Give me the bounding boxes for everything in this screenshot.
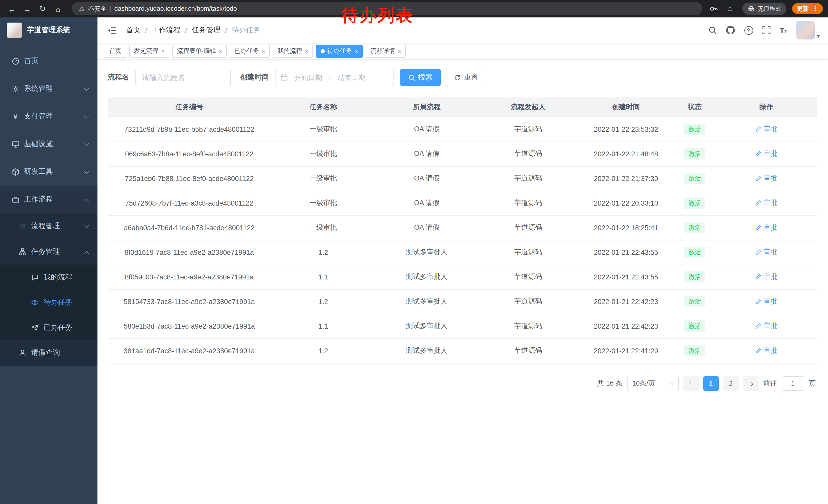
sidebar-item-home[interactable]: 首页	[0, 47, 97, 75]
sidebar-item-leave-query[interactable]: 请假查询	[0, 340, 97, 366]
cell-task-id: 8f059c03-7ac8-11ec-a9e2-a2380e71991a	[108, 265, 271, 289]
approve-link[interactable]: 审批	[755, 248, 778, 257]
collapse-sidebar-icon[interactable]	[106, 24, 118, 36]
tab-my-process[interactable]: 我的流程 ×	[273, 44, 313, 58]
sidebar-item-infra[interactable]: 基础设施	[0, 130, 97, 158]
font-size-icon[interactable]: TT	[780, 26, 787, 35]
sidebar-item-payment[interactable]: ¥ 支付管理	[0, 102, 97, 130]
page-1-button[interactable]: 1	[703, 376, 718, 391]
forward-icon[interactable]: →	[20, 2, 34, 15]
status-badge: 激活	[685, 296, 705, 307]
cell-created: 2022-01-22 18:25:41	[578, 215, 673, 240]
approve-link[interactable]: 审批	[755, 346, 778, 355]
sidebar-item-workflow[interactable]: 工作流程	[0, 186, 97, 213]
caret-down-icon: ▾	[817, 33, 820, 40]
update-browser-button[interactable]: 更新 ⋮	[792, 3, 823, 14]
sidebar-item-label: 支付管理	[24, 112, 53, 121]
tab-home[interactable]: 首页	[105, 44, 126, 58]
back-icon[interactable]: ←	[5, 2, 18, 15]
close-icon[interactable]: ×	[262, 48, 265, 54]
table-row: 73211d9d-7b9b-11ec-b5b7-acde48001122 一级审…	[108, 117, 817, 141]
next-page-button[interactable]	[743, 376, 758, 391]
sidebar-item-task-mgmt[interactable]: 任务管理	[0, 239, 97, 265]
todo-task-table: 任务编号 任务名称 所属流程 流程发起人 创建时间 状态 操作 73211d9d…	[108, 97, 817, 363]
cell-task-name: 1.1	[271, 265, 376, 289]
col-created: 创建时间	[578, 97, 673, 117]
page-size-select[interactable]: 10条/页	[627, 375, 678, 391]
approve-link[interactable]: 审批	[755, 198, 778, 208]
home-icon[interactable]: ⌂	[51, 2, 65, 15]
tab-todo-tasks[interactable]: 待办任务 ×	[316, 44, 363, 58]
cell-task-id: 73211d9d-7b9b-11ec-b5b7-acde48001122	[108, 117, 271, 141]
search-button[interactable]: 搜索	[400, 69, 441, 86]
tab-process-detail[interactable]: 流程详情 ×	[366, 44, 406, 58]
sidebar-item-process-mgmt[interactable]: 流程管理	[0, 213, 97, 239]
close-icon[interactable]: ×	[218, 48, 222, 54]
user-menu[interactable]: ▾	[796, 21, 820, 40]
cell-process: 测试多审批人	[376, 240, 478, 265]
page-2-button[interactable]: 2	[723, 376, 739, 391]
sidebar-item-todo-tasks[interactable]: 待办任务	[0, 290, 97, 315]
tab-start-process[interactable]: 发起流程 ×	[129, 44, 169, 58]
breadcrumb-workflow[interactable]: 工作流程	[152, 26, 180, 35]
avatar[interactable]	[796, 21, 815, 40]
dashboard-icon	[11, 57, 19, 65]
cell-initiator: 芋道源码	[478, 314, 578, 338]
approve-link[interactable]: 审批	[755, 223, 778, 232]
fullscreen-icon[interactable]	[762, 26, 771, 34]
process-name-input[interactable]	[135, 69, 231, 86]
goto-page-input[interactable]	[782, 376, 804, 391]
end-date-input[interactable]	[333, 74, 370, 81]
cell-initiator: 芋道源码	[478, 289, 578, 314]
tab-form-edit[interactable]: 流程表单-编辑 ×	[172, 44, 227, 58]
close-icon[interactable]: ×	[355, 48, 358, 54]
approve-link[interactable]: 审批	[755, 297, 778, 306]
sidebar-item-done-tasks[interactable]: 已办任务	[0, 315, 97, 340]
cell-process: OA 请假	[376, 166, 478, 191]
tab-label: 我的流程	[278, 47, 302, 55]
approve-link[interactable]: 审批	[755, 174, 778, 183]
pagination: 共 16 条 10条/页 1 2 前往 页	[109, 375, 816, 391]
chat-bubble-icon	[31, 273, 39, 281]
col-status: 状态	[673, 97, 716, 117]
table-row: 381aa1dd-7ac8-11ec-a9e2-a2380e71991a 1.2…	[108, 338, 817, 363]
cell-process: OA 请假	[376, 141, 478, 166]
date-range-picker[interactable]: -	[275, 69, 394, 86]
approve-link[interactable]: 审批	[755, 272, 778, 281]
create-time-label: 创建时间	[240, 73, 269, 82]
password-key-icon[interactable]	[709, 5, 718, 13]
sidebar-item-my-process[interactable]: 我的流程	[0, 265, 97, 290]
status-badge: 激活	[685, 246, 705, 258]
sidebar-item-devtools[interactable]: 研发工具	[0, 158, 97, 186]
cell-task-id: 58154733-7ac8-11ec-a9e2-a2380e71991a	[108, 289, 271, 314]
table-row: 8f059c03-7ac8-11ec-a9e2-a2380e71991a 1.1…	[108, 265, 817, 289]
incognito-label: 无痕模式	[758, 5, 781, 12]
approve-link[interactable]: 审批	[755, 125, 778, 134]
github-icon[interactable]	[726, 26, 735, 35]
col-task-name: 任务名称	[271, 97, 376, 117]
bookmark-star-icon[interactable]: ☆	[723, 2, 737, 15]
help-icon[interactable]: ?	[744, 26, 753, 35]
reload-icon[interactable]: ↻	[36, 2, 49, 15]
pencil-icon	[755, 225, 761, 231]
browser-window: ← → ↻ ⌂ ⚠ 不安全 dashboard.yudao.iocoder.cn…	[0, 0, 828, 504]
cell-task-name: 1.2	[271, 338, 376, 363]
tab-done-tasks[interactable]: 已办任务 ×	[230, 44, 270, 58]
breadcrumb-task-mgmt[interactable]: 任务管理	[192, 26, 220, 35]
prev-page-button[interactable]	[683, 376, 699, 391]
approve-link[interactable]: 审批	[755, 321, 778, 331]
app-shell: 芋道管理系统 首页 系统管理 ¥	[0, 17, 828, 504]
breadcrumb-home[interactable]: 首页	[126, 26, 140, 35]
sidebar-item-system[interactable]: 系统管理	[0, 75, 97, 102]
breadcrumb: 首页 / 工作流程 / 任务管理 / 待办任务	[126, 26, 260, 35]
approve-link[interactable]: 审批	[755, 149, 778, 158]
cell-initiator: 芋道源码	[478, 338, 578, 363]
close-icon[interactable]: ×	[398, 48, 401, 54]
close-icon[interactable]: ×	[161, 48, 165, 54]
reset-button[interactable]: 重置	[446, 69, 486, 86]
cell-created: 2022-01-21 22:42:23	[578, 289, 673, 314]
search-icon[interactable]	[708, 26, 717, 34]
start-date-input[interactable]	[290, 74, 327, 81]
sidebar-item-label: 首页	[24, 56, 38, 65]
close-icon[interactable]: ×	[305, 48, 308, 54]
